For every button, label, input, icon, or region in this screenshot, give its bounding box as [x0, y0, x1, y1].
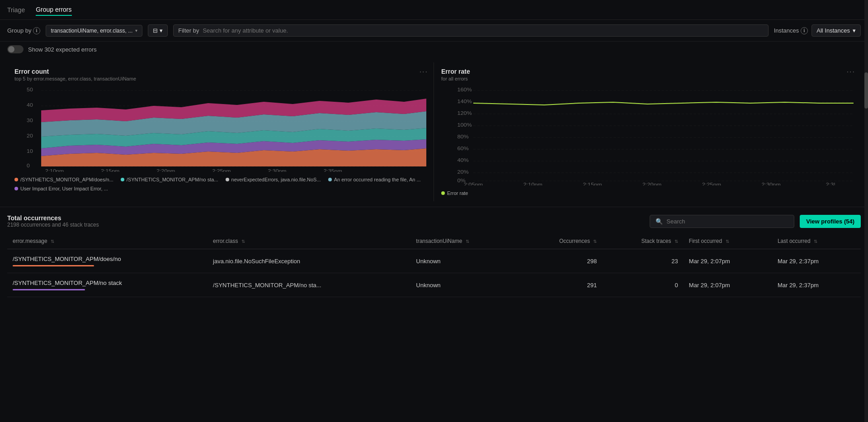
- error-bar-1: [13, 289, 85, 290]
- error-rate-subtitle: for all errors: [441, 76, 854, 81]
- svg-text:2:15pm: 2:15pm: [583, 182, 602, 185]
- svg-text:20%: 20%: [457, 170, 468, 175]
- cell-error-message-1: /SYNTHETICS_MONITOR_APM/no stack: [7, 273, 208, 297]
- instances-dropdown[interactable]: All Instances ▾: [811, 24, 861, 37]
- col-error-message[interactable]: error.message ⇅: [7, 233, 208, 249]
- error-count-subtitle: top 5 by error.message, error.class, tra…: [14, 76, 426, 81]
- filter-search-input[interactable]: [203, 27, 763, 34]
- filter-by-label: Filter by: [178, 27, 199, 34]
- table-search-input[interactable]: [666, 218, 788, 225]
- table-search-box[interactable]: 🔍: [650, 215, 794, 228]
- col-transaction-ui-name[interactable]: transactionUiName ⇅: [410, 233, 519, 249]
- filter-search-area[interactable]: Filter by: [173, 24, 768, 37]
- cell-stack-traces-0: 23: [602, 249, 684, 273]
- cell-first-occurred-0: Mar 29, 2:07pm: [684, 249, 772, 273]
- cell-transaction-0: Unknown: [410, 249, 519, 273]
- table-row[interactable]: /SYNTHETICS_MONITOR_APM/no stack /SYNTHE…: [7, 273, 861, 297]
- svg-text:2:05pm: 2:05pm: [464, 182, 483, 185]
- svg-text:160%: 160%: [457, 87, 472, 92]
- toggle-row: Show 302 expected errors: [0, 42, 868, 57]
- svg-text:2:10pm: 2:10pm: [45, 169, 64, 172]
- table-actions: 🔍 View profiles (54): [650, 215, 861, 228]
- legend-item-3: An error occurred reading the file, An .…: [328, 177, 421, 182]
- col-first-occurred[interactable]: First occurred ⇅: [684, 233, 772, 249]
- filter-icon: ⊟: [153, 27, 158, 34]
- table-row[interactable]: /SYNTHETICS_MONITOR_APM/does/no java.nio…: [7, 249, 861, 273]
- sort-first-occurred-icon: ⇅: [726, 239, 729, 244]
- sort-transaction-icon: ⇅: [466, 239, 469, 244]
- instances-label: Instances ℹ: [774, 27, 808, 34]
- nav-item-group-errors[interactable]: Group errors: [36, 4, 71, 16]
- svg-text:80%: 80%: [457, 134, 468, 139]
- cell-occurrences-1: 291: [519, 273, 602, 297]
- instances-info-icon[interactable]: ℹ: [801, 27, 808, 34]
- error-rate-more-icon[interactable]: ···: [847, 68, 855, 76]
- col-occurrences[interactable]: Occurrences ⇅: [519, 233, 602, 249]
- cell-error-class-0: java.nio.file.NoSuchFileException: [208, 249, 410, 273]
- cell-error-class-1: /SYNTHETICS_MONITOR_APM/no sta...: [208, 273, 410, 297]
- cell-first-occurred-1: Mar 29, 2:07pm: [684, 273, 772, 297]
- svg-text:40%: 40%: [457, 158, 468, 163]
- error-rate-legend: Error rate: [441, 190, 854, 196]
- cell-last-occurred-0: Mar 29, 2:37pm: [772, 249, 861, 273]
- top-nav: Triage Group errors: [0, 0, 868, 20]
- sort-error-message-icon: ⇅: [51, 239, 54, 244]
- table-search-icon: 🔍: [656, 218, 663, 225]
- svg-text:2:25pm: 2:25pm: [702, 182, 721, 185]
- data-table: error.message ⇅ error.class ⇅ transactio…: [7, 233, 861, 297]
- group-by-label: Group by ℹ: [7, 27, 40, 34]
- sort-occurrences-icon: ⇅: [593, 239, 597, 244]
- svg-text:40: 40: [27, 103, 33, 108]
- error-count-panel: Error count top 5 by error.message, erro…: [7, 62, 434, 201]
- svg-text:10: 10: [27, 149, 33, 154]
- table-header-row: Total occurrences 2198 occurrences and 4…: [7, 214, 861, 228]
- error-rate-title: Error rate: [441, 68, 854, 75]
- group-by-dropdown[interactable]: transactionUiName, error.class, ... ▾: [46, 25, 142, 37]
- table-title: Total occurrences: [7, 214, 99, 222]
- nav-item-triage[interactable]: Triage: [7, 5, 25, 15]
- group-by-chevron-icon: ▾: [135, 28, 137, 33]
- col-error-class[interactable]: error.class ⇅: [208, 233, 410, 249]
- error-count-title: Error count: [14, 68, 426, 75]
- svg-text:20: 20: [27, 133, 33, 138]
- sort-error-class-icon: ⇅: [241, 239, 245, 244]
- svg-text:2:35pm: 2:35pm: [324, 169, 342, 172]
- scrollbar-thumb[interactable]: [864, 72, 868, 109]
- view-profiles-button[interactable]: View profiles (54): [800, 215, 861, 228]
- toolbar: Group by ℹ transactionUiName, error.clas…: [0, 20, 868, 42]
- legend-item-1: /SYNTHETICS_MONITOR_APM/no sta...: [121, 177, 218, 182]
- error-rate-panel: Error rate for all errors ··· 160% 140% …: [434, 62, 861, 201]
- legend-item-4: User Impact Error, User Impact Error, ..…: [14, 186, 108, 191]
- cell-transaction-1: Unknown: [410, 273, 519, 297]
- svg-text:2:10pm: 2:10pm: [524, 182, 542, 185]
- svg-text:120%: 120%: [457, 111, 472, 116]
- error-count-more-icon[interactable]: ···: [420, 68, 428, 76]
- scrollbar-track[interactable]: [864, 0, 868, 297]
- sort-last-occurred-icon: ⇅: [814, 239, 817, 244]
- filter-button[interactable]: ⊟ ▾: [148, 24, 168, 37]
- svg-text:2:3!: 2:3!: [826, 182, 835, 185]
- cell-error-message-0: /SYNTHETICS_MONITOR_APM/does/no: [7, 249, 208, 273]
- charts-row: Error count top 5 by error.message, erro…: [0, 57, 868, 207]
- table-header: error.message ⇅ error.class ⇅ transactio…: [7, 233, 861, 249]
- error-bar-0: [13, 265, 94, 266]
- expected-errors-label: Show 302 expected errors: [28, 46, 97, 53]
- legend-item-0: /SYNTHETICS_MONITOR_APM/does/n...: [14, 177, 113, 182]
- svg-text:0: 0: [27, 163, 30, 168]
- svg-text:50: 50: [27, 87, 33, 92]
- col-stack-traces[interactable]: Stack traces ⇅: [602, 233, 684, 249]
- error-rate-chart: 160% 140% 120% 100% 80% 60% 40% 20% 0%: [441, 86, 854, 187]
- svg-text:2:20pm: 2:20pm: [156, 169, 175, 172]
- sort-stack-traces-icon: ⇅: [675, 239, 678, 244]
- svg-text:30: 30: [27, 118, 33, 123]
- cell-stack-traces-1: 0: [602, 273, 684, 297]
- svg-text:2:15pm: 2:15pm: [101, 169, 119, 172]
- svg-text:2:30pm: 2:30pm: [761, 182, 780, 185]
- group-by-info-icon[interactable]: ℹ: [33, 27, 40, 34]
- svg-text:60%: 60%: [457, 146, 468, 151]
- cell-last-occurred-1: Mar 29, 2:37pm: [772, 273, 861, 297]
- svg-text:2:30pm: 2:30pm: [268, 169, 287, 172]
- expected-errors-toggle[interactable]: [7, 45, 24, 53]
- col-last-occurred[interactable]: Last occurred ⇅: [772, 233, 861, 249]
- table-subtitle: 2198 occurrences and 46 stack traces: [7, 222, 99, 228]
